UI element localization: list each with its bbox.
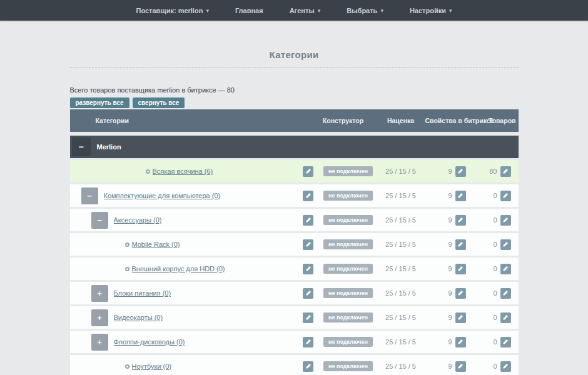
markup-value: 25 / 15 / 5 [385, 265, 416, 272]
status-badge: не подключен [323, 312, 373, 322]
table-row: − Аксессуары (0) не подключен 25 / 15 / … [70, 209, 519, 231]
edit-icon [305, 217, 312, 223]
edit-cell [297, 312, 320, 323]
edit-props-button[interactable] [455, 191, 466, 201]
constructor-cell: не подключен [320, 191, 377, 201]
status-badge: не подключен [323, 215, 373, 225]
toggle-button[interactable]: − [91, 212, 108, 229]
nav-item[interactable]: Агенты ▾ [290, 7, 321, 14]
page-title: Категории [70, 49, 519, 60]
nav-item[interactable]: Главная [235, 7, 263, 14]
markup-cell: 25 / 15 / 5 [377, 362, 425, 370]
constructor-cell: не подключен [320, 166, 377, 176]
edit-props-button[interactable] [455, 215, 466, 226]
edit-props-button[interactable] [455, 312, 466, 323]
products-value: 80 [489, 168, 497, 175]
edit-icon [305, 241, 312, 248]
edit-icon [502, 192, 509, 199]
edit-products-button[interactable] [500, 215, 511, 226]
edit-cell [297, 288, 320, 299]
edit-props-button[interactable] [455, 361, 466, 372]
edit-category-button[interactable] [303, 166, 313, 177]
products-cell: 80 [466, 166, 519, 177]
props-cell: 9 [425, 288, 466, 299]
status-badge: не подключен [323, 361, 373, 371]
chevron-down-icon: ▾ [206, 8, 209, 14]
edit-props-button[interactable] [455, 288, 466, 299]
edit-props-button[interactable] [455, 337, 466, 348]
category-link[interactable]: Комплектующие для компьютера (0) [104, 192, 221, 199]
edit-props-button[interactable] [455, 239, 466, 250]
nav-item[interactable]: Поставщик: merlion ▾ [136, 7, 209, 14]
category-link[interactable]: Блоки питания (0) [114, 289, 171, 297]
props-cell: 9 [425, 312, 466, 323]
edit-products-button[interactable] [500, 337, 511, 348]
category-link[interactable]: Аксессуары (0) [114, 216, 162, 224]
products-cell: 0 [466, 361, 519, 372]
products-cell: 0 [466, 191, 519, 201]
category-leaf-icon [125, 242, 129, 247]
edit-category-button[interactable] [303, 215, 313, 226]
edit-category-button[interactable] [303, 288, 313, 299]
edit-products-button[interactable] [500, 312, 511, 323]
toggle-button[interactable]: + [91, 334, 108, 351]
edit-category-button[interactable] [303, 264, 313, 274]
edit-icon [457, 314, 464, 321]
products-cell: 0 [466, 215, 519, 226]
edit-props-button[interactable] [455, 264, 466, 274]
edit-icon [457, 339, 464, 345]
products-value: 0 [493, 338, 497, 346]
edit-icon [457, 217, 464, 223]
props-cell: 9 [425, 361, 466, 372]
edit-products-button[interactable] [500, 239, 511, 250]
chevron-down-icon: ▾ [449, 8, 452, 14]
nav-item[interactable]: Настройки ▾ [410, 7, 452, 14]
edit-icon [305, 168, 312, 174]
header-constructor: Конструктор [323, 117, 363, 124]
edit-products-button[interactable] [500, 191, 511, 201]
edit-category-button[interactable] [303, 191, 313, 201]
category-link[interactable]: Флоппи-дисководы (0) [114, 338, 185, 346]
props-cell: 9 [425, 264, 466, 274]
table-row: + Блоки питания (0) не подключен 25 / 15… [70, 282, 519, 304]
collapse-toggle-button[interactable]: − [72, 138, 91, 156]
edit-icon [305, 266, 312, 272]
collapse-all-button[interactable]: свернуть все [133, 98, 185, 108]
constructor-cell: не подключен [320, 264, 377, 274]
products-cell: 0 [466, 264, 519, 274]
table-header: Категории Конструктор Наценка Свойства в… [70, 109, 519, 132]
edit-category-button[interactable] [303, 361, 313, 372]
markup-value: 25 / 15 / 5 [385, 314, 416, 321]
table-row: Внешний корпус для HDD (0) не подключен … [70, 258, 519, 280]
toggle-button[interactable]: − [81, 188, 98, 204]
edit-products-button[interactable] [500, 166, 511, 177]
markup-cell: 25 / 15 / 5 [377, 265, 425, 272]
edit-icon [502, 241, 509, 248]
constructor-cell: не подключен [320, 337, 377, 347]
edit-props-button[interactable] [455, 166, 466, 177]
edit-category-button[interactable] [303, 312, 313, 323]
edit-icon [457, 266, 464, 272]
category-name-cell: + Видеокарты (0) [70, 309, 297, 326]
categories-table: Категории Конструктор Наценка Свойства в… [70, 109, 519, 375]
group-label: Merlion [97, 143, 121, 151]
nav-item-label: Поставщик: merlion [136, 7, 203, 14]
markup-cell: 25 / 15 / 5 [377, 192, 425, 199]
category-link[interactable]: Всякая всячина (6) [153, 168, 213, 175]
expand-all-button[interactable]: развернуть все [70, 98, 129, 108]
toggle-button[interactable]: + [91, 309, 108, 326]
table-row: + Видеокарты (0) не подключен 25 / 15 / … [70, 306, 519, 329]
nav-item[interactable]: Выбрать ▾ [347, 7, 383, 14]
toggle-button[interactable]: + [91, 285, 108, 302]
edit-category-button[interactable] [303, 239, 313, 250]
category-link[interactable]: Ноутбуки (0) [132, 362, 172, 370]
category-link[interactable]: Видеокарты (0) [114, 314, 163, 321]
category-link[interactable]: Mobile Rack (0) [132, 241, 180, 248]
edit-products-button[interactable] [500, 264, 511, 274]
category-link[interactable]: Внешний корпус для HDD (0) [132, 265, 225, 272]
edit-category-button[interactable] [303, 337, 313, 348]
markup-value: 25 / 15 / 5 [385, 241, 416, 248]
edit-products-button[interactable] [500, 361, 511, 372]
products-value: 0 [493, 289, 497, 297]
edit-products-button[interactable] [500, 288, 511, 299]
